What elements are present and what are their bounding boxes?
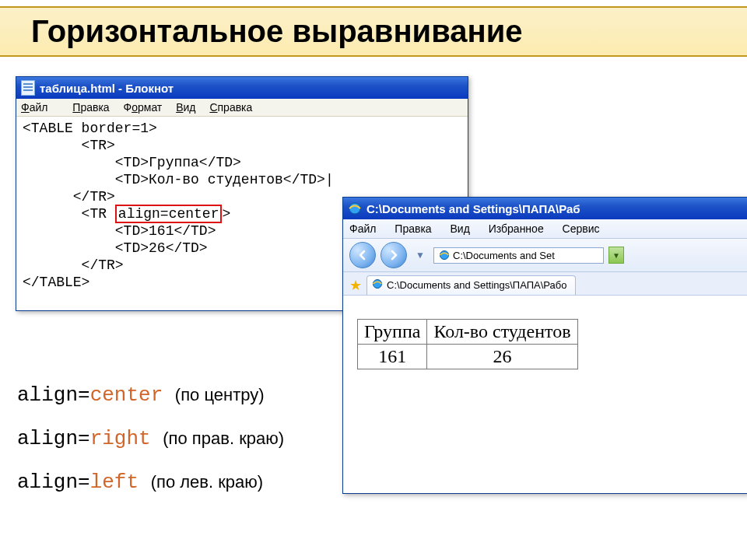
- svg-point-1: [440, 251, 449, 260]
- explain-row: align=right (по прав. краю): [17, 417, 284, 460]
- code-line: </TR>: [23, 189, 115, 205]
- document-icon: [21, 80, 35, 96]
- forward-button[interactable]: [381, 242, 407, 268]
- browser-tab[interactable]: C:\Documents and Settings\ПАПА\Рабо: [366, 275, 576, 295]
- notepad-menubar: Файл Правка Формат Вид Справка: [16, 99, 468, 117]
- align-explanation: align=center (по центру) align=right (по…: [17, 373, 284, 504]
- svg-point-0: [349, 203, 360, 214]
- align-desc-left: (по лев. краю): [151, 472, 264, 492]
- align-desc-center: (по центру): [175, 385, 265, 404]
- table-cell: Кол-во студентов: [427, 320, 577, 345]
- rendered-table: Группа Кол-во студентов 161 26: [357, 319, 578, 369]
- ie-menu-fav[interactable]: Избранное: [489, 222, 544, 235]
- code-line: </TR>: [23, 257, 124, 273]
- address-bar[interactable]: C:\Documents and Set: [433, 247, 604, 264]
- align-keyword: align=: [17, 383, 90, 407]
- address-dropdown-button[interactable]: ▼: [608, 247, 624, 264]
- align-value-right: right: [90, 427, 151, 450]
- ie-page-content: Группа Кол-во студентов 161 26: [343, 296, 747, 393]
- table-row: Группа Кол-во студентов: [358, 320, 578, 345]
- slide-title: Горизонтальное выравнивание: [31, 14, 716, 49]
- ie-window: C:\Documents and Settings\ПАПА\Раб Файл …: [342, 197, 747, 494]
- code-line: <TD>161</TD>: [23, 223, 216, 239]
- slide-title-bar: Горизонтальное выравнивание: [0, 6, 747, 57]
- code-line: <TABLE border=1>: [23, 121, 157, 136]
- align-keyword: align=: [17, 471, 90, 494]
- menu-help[interactable]: Справка: [209, 101, 252, 114]
- ie-menu-edit[interactable]: Правка: [395, 222, 431, 235]
- align-value-center: center: [90, 383, 163, 407]
- table-cell: 26: [427, 345, 577, 369]
- menu-edit[interactable]: Правка: [72, 101, 109, 114]
- favorites-star-icon[interactable]: ★: [349, 278, 362, 292]
- nav-dropdown-icon[interactable]: ▼: [412, 247, 429, 264]
- ie-menubar: Файл Правка Вид Избранное Сервис: [343, 219, 747, 239]
- code-line: >: [222, 206, 230, 222]
- ie-tab-bar: ★ C:\Documents and Settings\ПАПА\Рабо: [343, 272, 747, 296]
- text-cursor: |: [325, 172, 334, 187]
- menu-view[interactable]: Вид: [176, 101, 195, 114]
- align-keyword: align=: [17, 427, 90, 450]
- ie-menu-tools[interactable]: Сервис: [563, 222, 600, 235]
- ie-icon: [439, 250, 450, 261]
- align-desc-right: (по прав. краю): [163, 429, 284, 448]
- svg-point-2: [374, 280, 382, 289]
- ie-titlebar[interactable]: C:\Documents and Settings\ПАПА\Раб: [343, 198, 747, 219]
- notepad-titlebar[interactable]: таблица.html - Блокнот: [16, 77, 468, 99]
- back-button[interactable]: [349, 242, 376, 268]
- ie-navigation-bar: ▼ C:\Documents and Set ▼: [343, 239, 747, 272]
- code-line: <TD>Кол-во студентов</TD>: [23, 172, 325, 187]
- menu-format[interactable]: Формат: [124, 101, 163, 114]
- code-line: <TD>26</TD>: [23, 240, 208, 256]
- ie-title: C:\Documents and Settings\ПАПА\Раб: [366, 202, 580, 215]
- ie-menu-view[interactable]: Вид: [451, 222, 470, 235]
- code-line: <TR>: [23, 138, 115, 153]
- align-value-left: left: [90, 471, 139, 494]
- address-text: C:\Documents and Set: [453, 250, 598, 261]
- ie-menu-file[interactable]: Файл: [349, 222, 376, 235]
- table-cell: Группа: [358, 320, 427, 345]
- code-line: </TABLE>: [23, 275, 89, 290]
- ie-icon: [348, 201, 362, 215]
- table-row: 161 26: [358, 345, 578, 369]
- tab-label: C:\Documents and Settings\ПАПА\Рабо: [387, 279, 567, 291]
- explain-row: align=center (по центру): [17, 373, 284, 417]
- ie-icon: [372, 278, 383, 292]
- explain-row: align=left (по лев. краю): [17, 460, 284, 504]
- table-cell: 161: [358, 345, 427, 369]
- code-line: <TR: [23, 206, 115, 222]
- highlighted-attribute: align=center: [115, 205, 223, 223]
- code-line: <TD>Группа</TD>: [23, 155, 241, 170]
- menu-file[interactable]: Файл: [21, 101, 58, 114]
- notepad-title: таблица.html - Блокнот: [40, 82, 174, 95]
